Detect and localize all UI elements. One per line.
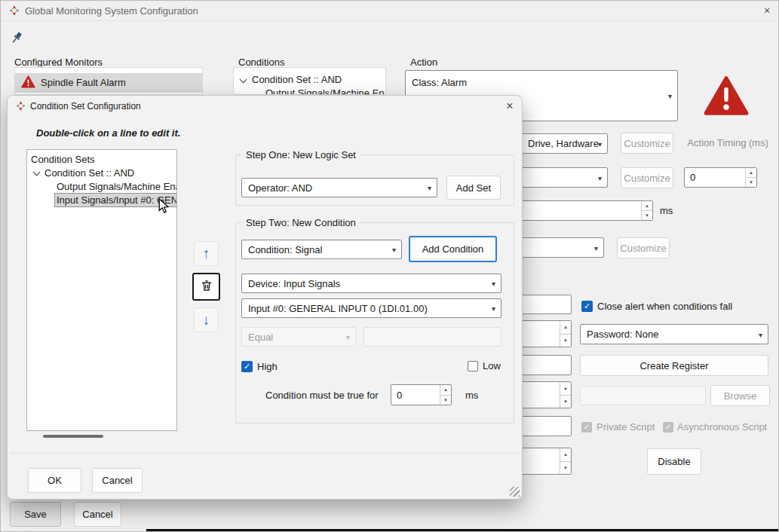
private-script-label: Private Script [597,421,655,433]
dialog-hint: Double-click on a line to edit it. [36,127,180,139]
dialog-close-icon[interactable]: × [499,96,520,117]
operator-select[interactable]: Operator: AND ▾ [241,178,437,197]
tree-output-signals[interactable]: Output Signals/Machine Ena [57,181,177,192]
dialog-separator [11,453,520,454]
spin-down-icon[interactable]: ▼ [560,462,571,475]
close-alert-checkbox[interactable] [581,301,593,312]
close-alert-label: Close alert when conditions fall [597,301,732,312]
disable-button[interactable]: Disable [647,448,701,475]
step-two-title: Step Two: New Condition [242,217,360,228]
spin-up-icon[interactable]: ▲ [560,382,571,396]
cancel-label: Cancel [102,475,132,486]
spin-up-icon[interactable]: ▲ [440,385,451,396]
dropdown-arrow-icon: ▾ [492,280,495,288]
password-select[interactable]: Password: None ▾ [580,324,768,344]
dialog-cancel-button[interactable]: Cancel [92,468,143,493]
add-condition-button[interactable]: Add Condition [409,236,497,262]
low-checkbox[interactable] [468,361,478,371]
dropdown-arrow-icon: ▾ [594,243,598,252]
save-button[interactable]: Save [10,502,61,527]
delete-button[interactable] [192,273,220,301]
chevron-down-icon[interactable] [33,169,41,176]
action-timing-spinner[interactable]: 0 ▲ ▼ [684,167,757,188]
comparator-value-field [363,327,501,347]
action-class-value: Class: Alarm [412,77,467,88]
main-window: Global Monitoring System Configuration ×… [0,0,779,532]
tree-root[interactable]: Condition Sets [31,154,95,165]
spin-up-icon[interactable]: ▲ [560,321,571,335]
tree-item-condition-set[interactable]: Condition Set :: AND [252,74,342,85]
spinner-buttons[interactable]: ▲ ▼ [560,448,571,474]
spin-down-icon[interactable]: ▼ [746,178,756,187]
spin-up-icon[interactable]: ▲ [642,201,652,211]
spinner-buttons[interactable]: ▲ ▼ [560,382,571,408]
spinner-buttons[interactable]: ▲ ▼ [440,385,451,405]
spin-down-icon[interactable]: ▼ [642,211,652,220]
monitors-list: Spindle Fault Alarm [14,67,203,95]
create-register-button[interactable]: Create Register [580,355,768,376]
chevron-down-icon[interactable] [240,76,247,84]
drive-select-value: Drive, Hardware [528,138,599,149]
move-down-button[interactable]: ↓ [194,307,219,332]
device-select[interactable]: Device: Input Signals ▾ [241,274,501,293]
condition-type-select[interactable]: Condition: Signal ▾ [241,240,402,259]
spin-up-icon[interactable]: ▲ [560,448,571,462]
dropdown-arrow-icon: ▾ [392,246,396,254]
customize-button-1: Customize [621,133,673,154]
customize-button-3: Customize [617,237,670,258]
cancel-label: Cancel [82,509,112,520]
condition-type-value: Condition: Signal [248,244,322,255]
tree-condition-set[interactable]: Condition Set :: AND [44,167,134,179]
dropdown-arrow-icon: ▾ [428,184,431,192]
delay-spinner[interactable]: ▲ ▼ [500,200,653,221]
window-title: Global Monitoring System Configuration [25,1,198,21]
bottom-strip [146,529,779,532]
customize-label: Customize [620,243,666,254]
async-script-label: Asynchronous Script [677,421,767,433]
dropdown-arrow-icon: ▾ [598,173,602,182]
low-label: Low [483,360,501,371]
resize-grip[interactable] [510,487,520,497]
dialog-logo-icon [15,100,26,115]
window-close-icon[interactable]: × [756,1,777,21]
input-signal-select[interactable]: Input #0: GENERAL INPUT 0 (1DI.01.00) ▾ [241,298,501,318]
up-arrow-icon: ↑ [203,246,210,261]
monitor-list-item[interactable]: Spindle Fault Alarm [15,73,203,93]
ok-label: OK [48,475,62,486]
spinner-buttons[interactable]: ▲ ▼ [641,201,652,220]
high-checkbox[interactable] [241,361,253,372]
browse-button: Browse [710,385,770,406]
true-for-spinner[interactable]: 0 ▲ ▼ [391,384,452,405]
move-up-button[interactable]: ↑ [194,241,219,266]
high-label: High [257,361,278,372]
conditions-tree: Condition Set :: AND Output Signals/Mach… [233,67,386,95]
add-set-button[interactable]: Add Set [446,176,501,200]
down-arrow-icon: ↓ [203,313,210,327]
customize-label: Customize [624,173,670,184]
spinner-value[interactable]: 0 [685,168,745,187]
monitor-item-label: Spindle Fault Alarm [41,77,126,88]
ms-label: ms [465,390,478,401]
spin-down-icon[interactable]: ▼ [560,335,571,347]
private-script-checkbox [581,422,592,433]
ok-button[interactable]: OK [28,468,81,493]
async-script-checkbox [663,422,673,433]
comparator-select: Equal ▾ [241,327,356,347]
spinner-buttons[interactable]: ▲ ▼ [745,168,756,187]
step-one-title: Step One: New Logic Set [242,149,360,161]
save-label: Save [24,509,47,520]
spin-up-icon[interactable]: ▲ [746,168,756,178]
true-for-label: Condition must be true for [265,390,379,401]
pin-icon[interactable] [11,31,23,48]
tree-item-output-signals[interactable]: Output Signals/Machine En [265,87,385,95]
spinner-buttons[interactable]: ▲ ▼ [560,321,571,347]
alert-triangle-icon [704,75,749,119]
spin-down-icon[interactable]: ▼ [560,396,571,408]
add-condition-label: Add Condition [422,243,484,255]
main-cancel-button[interactable]: Cancel [74,502,121,527]
spinner-value[interactable]: 0 [391,385,440,405]
input-signal-value: Input #0: GENERAL INPUT 0 (1DI.01.00) [248,303,428,314]
condition-tree: Condition Sets Condition Set :: AND Outp… [26,149,177,431]
tree-hscrollbar-thumb[interactable] [43,435,103,438]
spin-down-icon[interactable]: ▼ [440,396,451,405]
